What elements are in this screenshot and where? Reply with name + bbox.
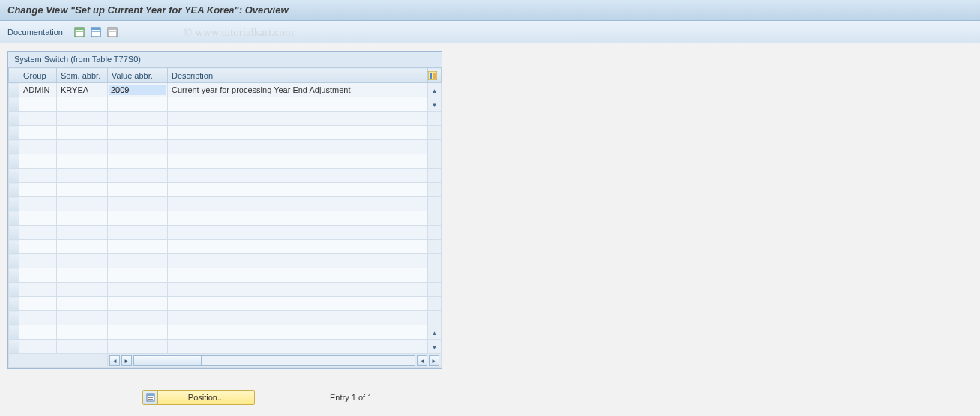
- cell-value[interactable]: [108, 83, 168, 97]
- scroll-up-button[interactable]: ▲: [428, 83, 442, 97]
- cell-value[interactable]: [108, 169, 168, 183]
- cell-value[interactable]: [108, 240, 168, 254]
- cell-group: [19, 97, 57, 112]
- scroll-track[interactable]: [428, 211, 442, 226]
- panel-header: System Switch (from Table T77S0): [8, 52, 442, 67]
- scroll-track[interactable]: [428, 154, 442, 169]
- table-row: [9, 197, 442, 211]
- cell-group: [19, 240, 57, 254]
- cell-value[interactable]: [108, 283, 168, 297]
- cell-group: ADMIN: [19, 83, 57, 97]
- row-selector[interactable]: [9, 154, 19, 169]
- row-selector[interactable]: [9, 283, 19, 297]
- cell-group: [19, 126, 57, 140]
- cell-value[interactable]: [108, 226, 168, 240]
- row-selector[interactable]: [9, 112, 19, 126]
- row-selector[interactable]: [9, 197, 19, 211]
- col-header-value[interactable]: Value abbr.: [108, 68, 168, 83]
- cell-group: [19, 140, 57, 154]
- cell-value[interactable]: [108, 211, 168, 226]
- row-selector[interactable]: [9, 183, 19, 197]
- table-config-icon: [428, 71, 441, 80]
- cell-value[interactable]: [108, 297, 168, 311]
- scroll-track[interactable]: [428, 140, 442, 154]
- select-all-icon[interactable]: [106, 26, 118, 38]
- scroll-track[interactable]: [428, 169, 442, 183]
- scroll-track[interactable]: [428, 240, 442, 254]
- cell-value[interactable]: [108, 254, 168, 268]
- cell-desc: [168, 169, 428, 183]
- scroll-down-button[interactable]: ▼: [428, 340, 442, 354]
- cell-desc: [168, 311, 428, 325]
- row-selector[interactable]: [9, 240, 19, 254]
- cell-value[interactable]: [108, 197, 168, 211]
- documentation-button[interactable]: Documentation: [7, 28, 63, 37]
- cell-group: [19, 283, 57, 297]
- position-button[interactable]: Position...: [142, 390, 255, 405]
- cell-value[interactable]: [108, 97, 168, 112]
- row-selector[interactable]: [9, 325, 19, 340]
- cell-group: [19, 154, 57, 169]
- cell-desc: [168, 254, 428, 268]
- horizontal-scrollbar[interactable]: [133, 355, 415, 366]
- cell-value[interactable]: [108, 112, 168, 126]
- svg-rect-6: [91, 31, 100, 32]
- row-selector[interactable]: [9, 140, 19, 154]
- cell-group: [19, 268, 57, 283]
- row-selector[interactable]: [9, 297, 19, 311]
- cell-value[interactable]: [108, 311, 168, 325]
- scroll-track[interactable]: [428, 226, 442, 240]
- table-row: [9, 297, 442, 311]
- scrollbar-thumb[interactable]: [134, 356, 202, 365]
- row-selector[interactable]: [9, 169, 19, 183]
- entry-count-text: Entry 1 of 1: [330, 393, 372, 402]
- save-icon[interactable]: [90, 26, 102, 38]
- cell-value[interactable]: [108, 183, 168, 197]
- value-input[interactable]: [109, 85, 166, 95]
- cell-sem: [57, 240, 108, 254]
- scroll-track-top[interactable]: ▼: [428, 97, 442, 112]
- table-settings-icon[interactable]: [73, 26, 85, 38]
- row-selector[interactable]: [9, 254, 19, 268]
- scroll-track[interactable]: [428, 112, 442, 126]
- cell-sem: [57, 325, 108, 340]
- row-selector[interactable]: [9, 226, 19, 240]
- cell-group: [19, 311, 57, 325]
- data-grid: Group Sem. abbr. Value abbr. Description…: [8, 67, 442, 368]
- scroll-right-end-button[interactable]: ►: [429, 355, 439, 366]
- table-row: [9, 268, 442, 283]
- cell-value[interactable]: [108, 140, 168, 154]
- scroll-track[interactable]: [428, 197, 442, 211]
- scroll-track[interactable]: [428, 183, 442, 197]
- row-selector[interactable]: [9, 340, 19, 354]
- row-selector[interactable]: [9, 97, 19, 112]
- table-row: ▲: [9, 325, 442, 340]
- scroll-left-end-button[interactable]: ◄: [417, 355, 427, 366]
- scroll-track[interactable]: [428, 283, 442, 297]
- row-selector[interactable]: [9, 268, 19, 283]
- col-header-sem[interactable]: Sem. abbr.: [57, 68, 108, 83]
- scroll-track[interactable]: [428, 268, 442, 283]
- row-selector[interactable]: [9, 126, 19, 140]
- row-selector[interactable]: [9, 211, 19, 226]
- row-selector[interactable]: [9, 311, 19, 325]
- cell-value[interactable]: [108, 126, 168, 140]
- col-header-group[interactable]: Group: [19, 68, 57, 83]
- row-selector[interactable]: [9, 83, 19, 97]
- cell-value[interactable]: [108, 340, 168, 354]
- cell-sem: [57, 140, 108, 154]
- col-header-desc[interactable]: Description: [168, 68, 428, 83]
- scroll-track[interactable]: [428, 254, 442, 268]
- scroll-track[interactable]: [428, 126, 442, 140]
- cell-value[interactable]: [108, 325, 168, 340]
- cell-value[interactable]: [108, 154, 168, 169]
- cell-value[interactable]: [108, 268, 168, 283]
- scroll-track[interactable]: [428, 311, 442, 325]
- table-row: [9, 112, 442, 126]
- configure-columns-button[interactable]: [428, 68, 442, 83]
- scroll-left-button[interactable]: ◄: [109, 355, 120, 366]
- scroll-track[interactable]: [428, 297, 442, 311]
- svg-rect-12: [428, 71, 437, 80]
- scroll-right-button[interactable]: ►: [121, 355, 132, 366]
- scroll-track-bottom[interactable]: ▲: [428, 325, 442, 340]
